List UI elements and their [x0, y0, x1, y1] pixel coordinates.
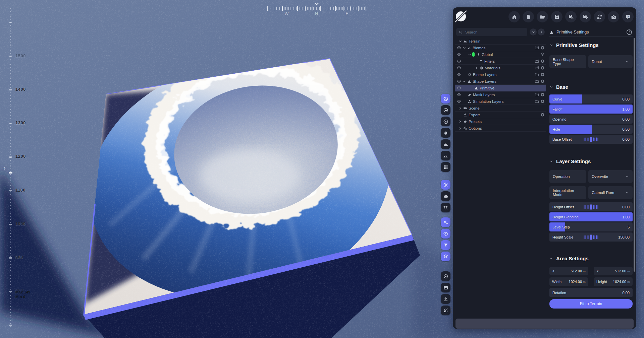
mountain-tool-button[interactable]: [441, 139, 450, 149]
slider-falloff[interactable]: Falloff 1.00: [549, 105, 633, 114]
slider-rotation[interactable]: Rotation 0.00: [549, 288, 633, 297]
drag-handle[interactable]: [584, 234, 598, 240]
operation-select[interactable]: Overwrite: [588, 170, 633, 183]
chevron-right-icon[interactable]: [458, 119, 463, 124]
slider-base-offset[interactable]: Base Offset 0.00: [549, 135, 633, 144]
plus-icon[interactable]: [540, 92, 545, 97]
folder-add-icon[interactable]: [535, 59, 539, 63]
save-increment-button[interactable]: [565, 11, 577, 22]
tree-row-materials[interactable]: Materials: [455, 65, 546, 71]
snapshot-image-button[interactable]: [441, 283, 450, 292]
eye-icon[interactable]: [455, 85, 462, 90]
fit-to-terrain-button[interactable]: Fit to Terrain: [549, 299, 633, 309]
filter-button[interactable]: [441, 240, 450, 250]
plus-icon[interactable]: [540, 59, 545, 63]
eye-icon[interactable]: [455, 92, 462, 97]
grid-view-button[interactable]: [441, 162, 450, 172]
search-field[interactable]: [456, 28, 527, 36]
settings-gear-button[interactable]: [441, 180, 450, 190]
search-input[interactable]: [465, 30, 525, 35]
home-button[interactable]: [508, 11, 520, 22]
area-x-field[interactable]: X 512.00 m: [549, 267, 588, 275]
tree-row-export[interactable]: Export: [455, 112, 546, 118]
panel-expand-arrow[interactable]: ›: [4, 165, 6, 172]
tree-row-mask-layers[interactable]: Mask Layers: [455, 91, 546, 98]
help-button[interactable]: [622, 11, 634, 22]
collapse-all-button[interactable]: [530, 28, 537, 36]
eye-icon[interactable]: [455, 45, 462, 50]
plus-icon[interactable]: [540, 113, 545, 117]
eye-icon[interactable]: [455, 59, 462, 64]
panel-resize-handle[interactable]: [451, 307, 452, 313]
folder-add-icon[interactable]: [535, 66, 539, 70]
biome-tool-button[interactable]: [441, 151, 450, 160]
clouds-toggle-button[interactable]: [441, 191, 450, 201]
save-button[interactable]: [551, 11, 562, 22]
slider-opening[interactable]: Opening 0.00: [549, 115, 633, 124]
plus-icon[interactable]: [540, 72, 545, 77]
view-mode-planet-button[interactable]: [441, 94, 450, 104]
erosion-tool-button[interactable]: [441, 128, 450, 138]
chevron-down-icon[interactable]: [467, 52, 472, 57]
layers-add-icon[interactable]: [540, 52, 545, 57]
area-width-field[interactable]: Width 1024.00 m: [549, 277, 588, 286]
record-button[interactable]: [441, 271, 450, 281]
tree-row-options[interactable]: Options: [455, 125, 546, 132]
reload-button[interactable]: [594, 11, 605, 22]
chevron-right-icon[interactable]: [474, 65, 479, 70]
tree-row-terrain[interactable]: Terrain: [455, 38, 546, 45]
tree-row-scene[interactable]: Scene: [455, 105, 546, 112]
chevron-right-icon[interactable]: [458, 106, 463, 111]
drag-handle[interactable]: [584, 137, 598, 142]
eye-icon[interactable]: [455, 72, 462, 77]
view-mode-terrain-globe-button[interactable]: [441, 105, 450, 115]
save-as-button[interactable]: [580, 11, 591, 22]
slider-level-step[interactable]: Level Step 5: [549, 222, 633, 231]
visibility-button[interactable]: [441, 229, 450, 239]
folder-add-icon[interactable]: [535, 79, 539, 83]
slider-hole[interactable]: Hole 0.50: [549, 125, 633, 134]
plus-icon[interactable]: [540, 79, 545, 83]
view-mode-wireframe-globe-button[interactable]: [441, 117, 450, 126]
process-settings-button[interactable]: [441, 217, 450, 227]
plus-icon[interactable]: [540, 66, 545, 70]
enable-toggle-button[interactable]: [626, 29, 633, 36]
compass-bar[interactable]: W N E: [267, 1, 367, 16]
tree-row-shape-layers[interactable]: Shape Layers: [455, 78, 546, 85]
tree-row-primitive[interactable]: Primitive: [455, 85, 546, 91]
slider-height-blending[interactable]: Height Blending 1.00: [549, 212, 633, 221]
screenshot-button[interactable]: [608, 11, 619, 22]
chevron-down-icon[interactable]: [462, 79, 467, 84]
section-area-settings[interactable]: Area Settings: [549, 256, 633, 261]
layers-button[interactable]: [441, 252, 450, 261]
tree-row-presets[interactable]: Presets: [455, 118, 546, 125]
base-shape-type-select[interactable]: Donut: [588, 55, 633, 68]
open-project-button[interactable]: [537, 11, 548, 22]
plus-icon[interactable]: [540, 99, 545, 104]
tree-row-filters[interactable]: Filters: [455, 58, 546, 65]
tree-row-biome-layers[interactable]: Biome Layers: [455, 71, 546, 78]
eye-icon[interactable]: [455, 99, 462, 104]
area-height-field[interactable]: Height 1024.00 m: [594, 277, 633, 286]
eye-icon[interactable]: [455, 65, 462, 70]
new-file-button[interactable]: [523, 11, 534, 22]
chevron-right-icon[interactable]: [458, 126, 463, 131]
plus-icon[interactable]: [540, 46, 545, 50]
expand-all-button[interactable]: [538, 28, 545, 36]
water-toggle-button[interactable]: [441, 203, 450, 212]
statistics-button[interactable]: [441, 306, 450, 315]
inspector-scrollbar[interactable]: [634, 38, 635, 272]
eye-icon[interactable]: [455, 52, 462, 57]
folder-add-icon[interactable]: [535, 99, 539, 104]
folder-add-icon[interactable]: [535, 72, 539, 77]
section-layer-settings[interactable]: Layer Settings: [549, 158, 633, 164]
area-y-field[interactable]: Y 512.00 m: [594, 267, 633, 275]
chevron-down-icon[interactable]: [462, 45, 467, 50]
tree-row-biomes[interactable]: Biomes: [455, 45, 546, 51]
section-primitive-settings[interactable]: Primitive Settings: [549, 42, 633, 48]
section-base[interactable]: Base: [549, 84, 633, 90]
tree-row-global[interactable]: Global: [455, 51, 546, 58]
slider-curve[interactable]: Curve 0.80: [549, 94, 633, 104]
tree-row-simulation-layers[interactable]: Simulation Layers: [455, 98, 546, 105]
chevron-down-icon[interactable]: [458, 39, 463, 44]
